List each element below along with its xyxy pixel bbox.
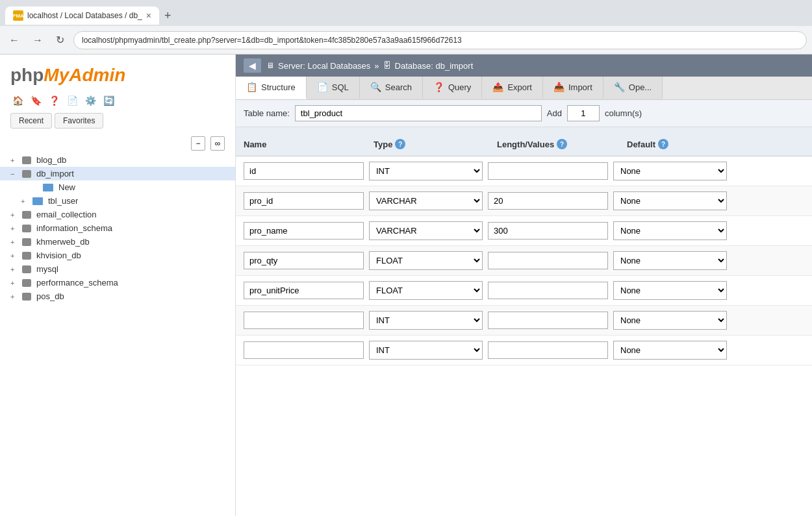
recent-tab[interactable]: Recent (10, 113, 52, 129)
db-cylinder-icon (22, 225, 31, 232)
column-type-select[interactable]: INTVARCHARFLOATTEXTDATETIMEDATEBIGINTTIN… (369, 162, 483, 180)
bookmark-icon[interactable]: 🔖 (29, 93, 43, 108)
breadcrumb: 🖥 Server: Local Databases » 🗄 Database: … (266, 61, 473, 71)
column-name-input[interactable] (244, 312, 364, 329)
refresh-icon[interactable]: 🔄 (101, 93, 116, 108)
help-icon[interactable]: ❓ (47, 93, 61, 108)
column-default-select[interactable]: NoneCURRENT_TIMESTAMPNULLas defined (613, 221, 727, 240)
column-default-select[interactable]: NoneCURRENT_TIMESTAMPNULLas defined (613, 311, 727, 330)
db-item-performance-schema[interactable]: + performance_schema (0, 276, 235, 289)
length-help-icon[interactable]: ? (557, 139, 567, 149)
main-content: ◀ 🖥 Server: Local Databases » 🗄 Database… (236, 55, 812, 516)
address-bar[interactable] (73, 31, 807, 49)
db-name: khmerweb_db (36, 237, 90, 247)
expander-icon[interactable]: + (10, 279, 19, 287)
expander-icon[interactable]: + (10, 225, 19, 232)
home-icon[interactable]: 🏠 (10, 93, 25, 108)
add-count-input[interactable] (567, 105, 600, 121)
tab-favicon: PMA (13, 10, 23, 21)
export-icon: 📤 (492, 82, 503, 92)
column-length-input[interactable] (488, 222, 608, 240)
table-row: INTVARCHARFLOATTEXTDATETIMEDATEBIGINTTIN… (236, 336, 812, 365)
column-default-select[interactable]: NoneCURRENT_TIMESTAMPNULLas defined (613, 251, 727, 270)
add-label: Add (547, 108, 562, 118)
column-name-input[interactable] (244, 282, 364, 299)
column-length-input[interactable] (488, 282, 608, 299)
expander-icon[interactable]: + (10, 238, 19, 246)
column-default-select[interactable]: NoneCURRENT_TIMESTAMPNULLas defined (613, 341, 727, 360)
table-name-input[interactable] (295, 105, 542, 121)
new-item-label: New (58, 182, 75, 192)
link-button[interactable]: ∞ (210, 136, 225, 151)
page-icon[interactable]: 📄 (65, 93, 79, 108)
tab-operations[interactable]: 🔧 Ope... (603, 77, 663, 99)
db-item-information-schema[interactable]: + information_schema (0, 221, 235, 235)
db-item-db-import[interactable]: − db_import (0, 167, 235, 180)
db-cylinder-icon (22, 293, 31, 301)
expander-icon[interactable]: + (21, 197, 30, 205)
column-default-select[interactable]: NoneCURRENT_TIMESTAMPNULLas defined (613, 191, 727, 210)
db-item-email-collection[interactable]: + email_collection (0, 208, 235, 221)
type-help-icon[interactable]: ? (395, 139, 405, 149)
column-length-input[interactable] (488, 312, 608, 329)
table-icon (32, 197, 43, 205)
tab-search[interactable]: 🔍 Search (360, 77, 423, 99)
tab-export[interactable]: 📤 Export (482, 77, 543, 99)
column-name-input[interactable] (244, 192, 364, 210)
column-type-select[interactable]: INTVARCHARFLOATTEXTDATETIMEDATEBIGINTTIN… (369, 341, 483, 360)
tab-sql[interactable]: 📄 SQL (307, 77, 360, 99)
collapse-all-button[interactable]: − (191, 136, 205, 151)
column-name-input[interactable] (244, 222, 364, 240)
close-tab-button[interactable]: × (146, 10, 151, 21)
db-item-pos-db[interactable]: + pos_db (0, 289, 235, 303)
column-length-input[interactable] (488, 162, 608, 180)
db-item-blog-db[interactable]: + blog_db (0, 153, 235, 167)
column-type-select[interactable]: INTVARCHARFLOATTEXTDATETIMEDATEBIGINTTIN… (369, 191, 483, 210)
expander-icon[interactable]: + (10, 252, 19, 260)
db-item-mysql[interactable]: + mysql (0, 262, 235, 276)
settings-icon[interactable]: ⚙️ (83, 93, 97, 108)
column-length-input[interactable] (488, 341, 608, 359)
logo-myadmin: MyAdmin (44, 65, 125, 85)
column-length-input[interactable] (488, 252, 608, 269)
tab-import[interactable]: 📥 Import (543, 77, 603, 99)
forward-button[interactable]: → (29, 32, 47, 49)
db-item-khmerweb-db[interactable]: + khmerweb_db (0, 235, 235, 249)
favorites-tab[interactable]: Favorites (55, 113, 103, 129)
reload-button[interactable]: ↻ (52, 31, 68, 49)
browser-tab[interactable]: PMA localhost / Local Databases / db_ × (5, 6, 159, 25)
expander-icon[interactable]: + (10, 156, 19, 164)
column-type-select[interactable]: INTVARCHARFLOATTEXTDATETIMEDATEBIGINTTIN… (369, 311, 483, 330)
column-type-select[interactable]: INTVARCHARFLOATTEXTDATETIMEDATEBIGINTTIN… (369, 251, 483, 270)
column-type-select[interactable]: INTVARCHARFLOATTEXTDATETIMEDATEBIGINTTIN… (369, 281, 483, 300)
db-item-tbl-user[interactable]: + tbl_user (0, 194, 235, 208)
expander-icon[interactable]: + (10, 211, 19, 219)
db-item-khvision-db[interactable]: + khvision_db (0, 249, 235, 262)
default-help-icon[interactable]: ? (658, 139, 668, 149)
topbar-back-button[interactable]: ◀ (244, 58, 261, 73)
column-name-input[interactable] (244, 252, 364, 269)
db-cylinder-icon (22, 170, 31, 178)
db-cylinder-icon (22, 279, 31, 287)
back-button[interactable]: ← (5, 32, 23, 49)
new-tab-button[interactable]: + (159, 6, 177, 25)
pma-logo: phpMyAdmin (0, 55, 235, 91)
expander-icon[interactable]: − (10, 170, 19, 178)
column-length-input[interactable] (488, 192, 608, 210)
column-name-input[interactable] (244, 162, 364, 180)
tab-query[interactable]: ❓ Query (423, 77, 482, 99)
table-name-row: Table name: Add column(s) (236, 100, 812, 127)
db-item-new[interactable]: New (0, 180, 235, 194)
table-row: INTVARCHARFLOATTEXTDATETIMEDATEBIGINTTIN… (236, 306, 812, 336)
column-default-select[interactable]: NoneCURRENT_TIMESTAMPNULLas defined (613, 162, 727, 180)
expander-icon[interactable]: + (10, 265, 19, 273)
tab-structure[interactable]: 📋 Structure (236, 77, 307, 99)
column-name-input[interactable] (244, 341, 364, 359)
nav-tabs: 📋 Structure 📄 SQL 🔍 Search ❓ Query 📤 Exp… (236, 77, 812, 100)
column-default-select[interactable]: NoneCURRENT_TIMESTAMPNULLas defined (613, 281, 727, 300)
table-name-label: Table name: (244, 108, 290, 118)
expander-icon[interactable]: + (10, 293, 19, 301)
column-type-select[interactable]: INTVARCHARFLOATTEXTDATETIMEDATEBIGINTTIN… (369, 221, 483, 240)
server-label: Server: Local Databases (278, 61, 370, 71)
table-row: INTVARCHARFLOATTEXTDATETIMEDATEBIGINTTIN… (236, 216, 812, 246)
